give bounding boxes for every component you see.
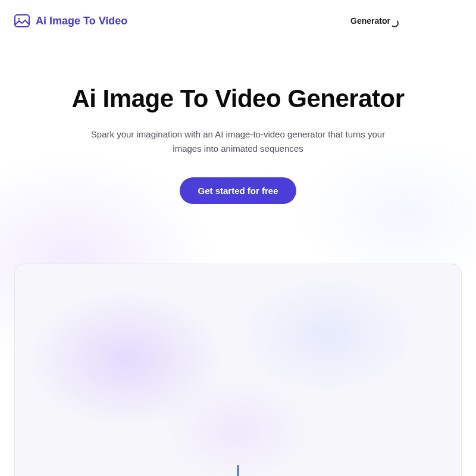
logo[interactable]: Ai Image To Video [14, 14, 127, 27]
loading-spinner-icon [390, 19, 399, 27]
preview-area [0, 228, 476, 476]
page-title: Ai Image To Video Generator [24, 84, 452, 113]
preview-card [14, 264, 462, 476]
hero: Ai Image To Video Generator Spark your i… [0, 27, 476, 228]
brand-name: Ai Image To Video [36, 15, 127, 27]
get-started-button[interactable]: Get started for free [180, 177, 296, 204]
divider-line [237, 465, 239, 476]
page-subtitle: Spark your imagination with an AI image-… [83, 127, 393, 156]
svg-point-1 [18, 18, 20, 20]
svg-rect-0 [15, 15, 29, 27]
image-icon [14, 14, 30, 27]
nav-generator[interactable]: Generator [350, 16, 390, 26]
nav: Generator [350, 16, 390, 26]
header: Ai Image To Video Generator [0, 0, 476, 27]
